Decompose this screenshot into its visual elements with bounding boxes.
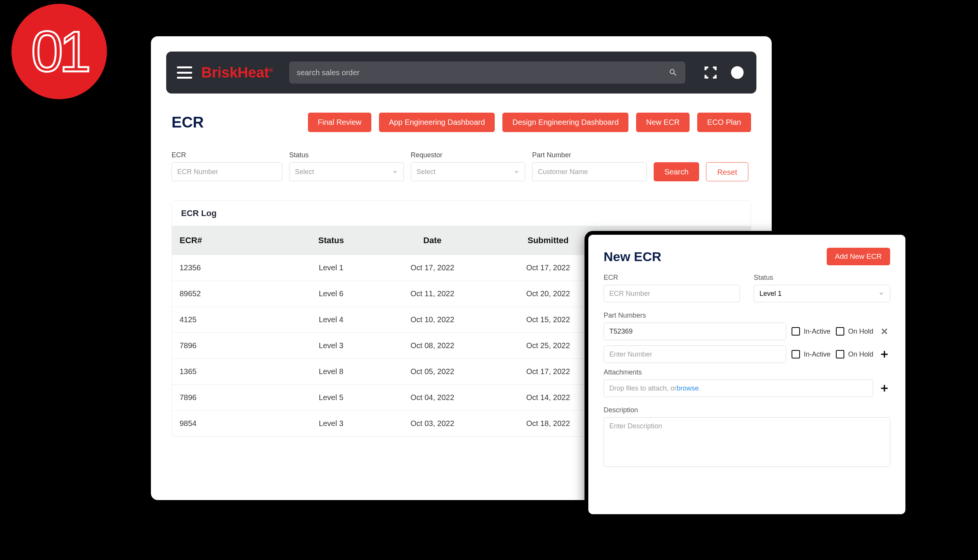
filter-ecr-label: ECR: [172, 151, 283, 159]
svg-point-1: [736, 69, 739, 73]
onhold-label: On Hold: [848, 350, 873, 358]
reset-button[interactable]: Reset: [706, 162, 748, 181]
checkbox-icon: [792, 327, 800, 335]
modal-status-select[interactable]: Level 1: [754, 285, 890, 302]
global-search-input[interactable]: [297, 68, 669, 77]
filter-part-label: Part Number: [532, 151, 647, 159]
search-button[interactable]: Search: [654, 162, 699, 181]
attachments-row: Drop files to attach, or browse .: [604, 380, 890, 397]
account-icon[interactable]: [729, 64, 746, 81]
cell-date: Oct 03, 2022: [374, 411, 490, 437]
filter-part-input[interactable]: [532, 162, 647, 181]
attachments-label: Attachments: [604, 368, 890, 377]
step-badge: 01: [12, 4, 107, 99]
app-eng-dashboard-button[interactable]: App Engineering Dashboard: [379, 113, 495, 132]
onhold-label: On Hold: [848, 328, 873, 335]
filter-status: Status Select: [289, 151, 404, 181]
modal-status-col: Status Level 1: [754, 274, 890, 302]
filter-requestor-value: Select: [416, 168, 436, 176]
topbar-right: [702, 64, 746, 81]
cell-status: Level 5: [288, 385, 374, 411]
new-ecr-modal: New ECR Add New ECR ECR Status Level 1 P…: [585, 231, 909, 518]
drop-text-prefix: Drop files to attach, or: [609, 384, 677, 392]
checkbox-icon: [792, 350, 800, 358]
modal-status-value: Level 1: [759, 290, 782, 298]
cell-date: Oct 08, 2022: [374, 333, 490, 359]
checkbox-icon: [836, 350, 844, 358]
col-date: Date: [374, 227, 490, 255]
cell-date: Oct 11, 2022: [374, 281, 490, 307]
global-search[interactable]: [289, 62, 685, 83]
design-eng-dashboard-button[interactable]: Design Engineering Dashboard: [502, 113, 629, 132]
modal-row-ecr-status: ECR Status Level 1: [604, 274, 890, 302]
cell-date: Oct 17, 2022: [374, 255, 490, 281]
page-title: ECR: [172, 114, 204, 131]
col-status: Status: [288, 227, 374, 255]
filter-ecr: ECR: [172, 151, 283, 181]
cell-date: Oct 05, 2022: [374, 359, 490, 385]
col-ecr: ECR#: [172, 227, 288, 255]
chevron-down-icon: [513, 169, 520, 175]
drop-text-suffix: .: [699, 384, 700, 392]
add-new-ecr-button[interactable]: Add New ECR: [827, 248, 891, 265]
part-row-action[interactable]: [879, 326, 890, 337]
close-icon: [879, 327, 889, 336]
cell-date: Oct 10, 2022: [374, 307, 490, 333]
filter-part: Part Number: [532, 151, 647, 181]
cell-status: Level 1: [288, 255, 374, 281]
cell-ecr: 12356: [172, 255, 288, 281]
ecr-log-title: ECR Log: [172, 201, 751, 226]
checkbox-icon: [836, 327, 844, 335]
modal-ecr-col: ECR: [604, 274, 740, 302]
part-row: In-ActiveOn Hold: [604, 323, 890, 340]
attachments-dropzone[interactable]: Drop files to attach, or browse .: [604, 380, 873, 397]
browse-link[interactable]: browse: [677, 384, 699, 392]
filter-status-select[interactable]: Select: [289, 162, 404, 181]
new-ecr-button[interactable]: New ECR: [636, 113, 690, 132]
menu-icon[interactable]: [177, 67, 192, 78]
search-icon[interactable]: [669, 68, 678, 77]
onhold-checkbox[interactable]: On Hold: [836, 327, 873, 335]
chevron-down-icon: [392, 169, 398, 175]
cell-ecr: 7896: [172, 385, 288, 411]
fullscreen-icon[interactable]: [702, 64, 719, 81]
part-numbers-label: Part Numbers: [604, 312, 890, 320]
filters-row: ECR Status Select Requestor Select Part …: [151, 143, 772, 189]
page-header: ECR Final Review App Engineering Dashboa…: [151, 93, 772, 143]
chevron-down-icon: [878, 290, 884, 297]
modal-status-label: Status: [754, 274, 890, 282]
inactive-checkbox[interactable]: In-Active: [792, 327, 831, 335]
modal-ecr-input[interactable]: [604, 285, 740, 302]
onhold-checkbox[interactable]: On Hold: [836, 350, 873, 358]
filter-requestor-label: Requestor: [411, 151, 525, 159]
brand-logo: BriskHeat®: [201, 65, 273, 81]
modal-ecr-label: ECR: [604, 274, 740, 282]
part-row-action[interactable]: [879, 348, 890, 360]
inactive-checkbox[interactable]: In-Active: [792, 350, 831, 358]
inactive-label: In-Active: [804, 328, 831, 335]
plus-icon: [879, 349, 889, 359]
cell-status: Level 3: [288, 333, 374, 359]
filter-status-label: Status: [289, 151, 404, 159]
cell-ecr: 9854: [172, 411, 288, 437]
modal-header: New ECR Add New ECR: [604, 248, 890, 265]
modal-title: New ECR: [604, 249, 661, 264]
step-number: 01: [31, 19, 87, 85]
cell-ecr: 4125: [172, 307, 288, 333]
cell-date: Oct 04, 2022: [374, 385, 490, 411]
description-label: Description: [604, 406, 890, 414]
brand-mark: ®: [269, 67, 273, 73]
cell-status: Level 4: [288, 307, 374, 333]
final-review-button[interactable]: Final Review: [308, 113, 371, 132]
eco-plan-button[interactable]: ECO Plan: [697, 113, 751, 132]
filter-ecr-input[interactable]: [172, 162, 283, 181]
attachment-add-button[interactable]: [879, 382, 890, 394]
part-number-input[interactable]: [604, 323, 786, 340]
brand-text: BriskHeat: [201, 65, 269, 80]
filter-requestor-select[interactable]: Select: [411, 162, 525, 181]
part-number-input[interactable]: [604, 345, 786, 363]
description-textarea[interactable]: [604, 417, 890, 467]
part-rows-container: In-ActiveOn HoldIn-ActiveOn Hold: [604, 323, 890, 363]
topbar: BriskHeat®: [166, 52, 756, 93]
cell-ecr: 89652: [172, 281, 288, 307]
